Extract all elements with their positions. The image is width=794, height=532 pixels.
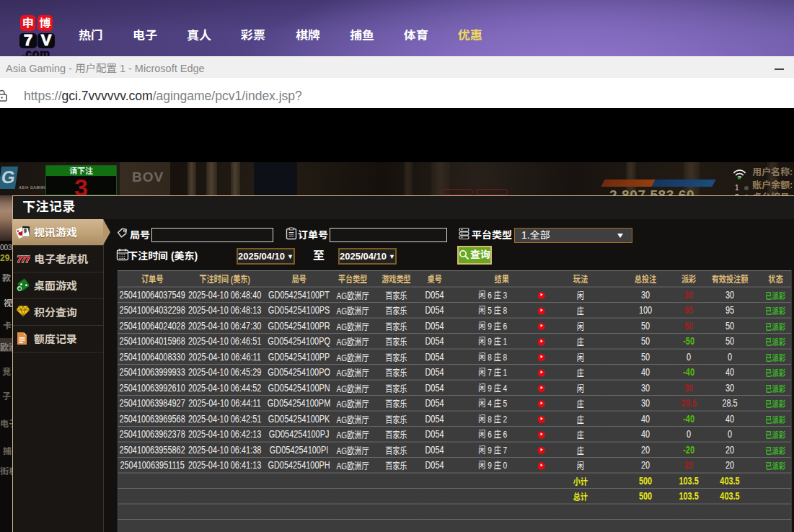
svg-text:777: 777 [16, 254, 30, 265]
svg-text:9: 9 [24, 227, 27, 234]
